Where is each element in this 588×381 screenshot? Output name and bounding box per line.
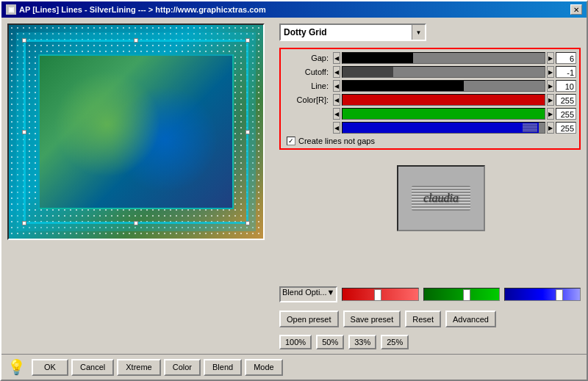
window-title: AP [Lines] Lines - SilverLining --- > ht… bbox=[19, 5, 266, 14]
title-bar: ▣ AP [Lines] Lines - SilverLining --- > … bbox=[1, 1, 587, 18]
gap-label: Gap: bbox=[284, 54, 331, 62]
colorG-slider-right[interactable]: ▶ bbox=[547, 108, 554, 120]
params-box: Gap: ◀ ▶ 6 Cutoff: ◀ ▶ -1 bbox=[279, 48, 581, 150]
colorG-slider-fill bbox=[343, 109, 545, 119]
handle-mr[interactable] bbox=[245, 130, 250, 134]
preview-area bbox=[7, 23, 265, 240]
line-slider-right[interactable]: ▶ bbox=[547, 80, 554, 92]
open-preset-button[interactable]: Open preset bbox=[279, 311, 339, 327]
line-slider[interactable] bbox=[342, 80, 545, 92]
colorR-slider-left[interactable]: ◀ bbox=[333, 94, 340, 106]
line-slider-left[interactable]: ◀ bbox=[333, 80, 340, 92]
colorG-slider[interactable] bbox=[342, 108, 545, 120]
color-button[interactable]: Color bbox=[164, 359, 201, 376]
blend-select[interactable]: Blend Opti...▼ bbox=[279, 286, 337, 302]
main-content: Dotty Grid ▼ Gap: ◀ ▶ 6 Cutof bbox=[1, 18, 587, 380]
gap-slider-right[interactable]: ▶ bbox=[547, 52, 554, 64]
handle-bc[interactable] bbox=[134, 221, 138, 225]
cutoff-row: Cutoff: ◀ ▶ -1 bbox=[284, 66, 576, 78]
main-window: ▣ AP [Lines] Lines - SilverLining --- > … bbox=[0, 0, 588, 381]
colorG-value: 255 bbox=[556, 108, 576, 120]
line-row: Line: ◀ ▶ 10 bbox=[284, 80, 576, 92]
line-value: 10 bbox=[556, 80, 576, 92]
gap-slider-fill bbox=[343, 53, 413, 63]
colorR-slider-right[interactable]: ▶ bbox=[547, 94, 554, 106]
app-icon: ▣ bbox=[6, 4, 16, 15]
preset-value: Dotty Grid bbox=[281, 27, 412, 37]
left-panel bbox=[7, 23, 272, 374]
inner-image bbox=[38, 54, 234, 209]
zoom-presets-row: 100% 50% 33% 25% bbox=[279, 335, 581, 349]
cutoff-slider-fill bbox=[343, 67, 393, 77]
blue-blend-slider[interactable] bbox=[504, 288, 581, 301]
gap-row: Gap: ◀ ▶ 6 bbox=[284, 52, 576, 64]
gap-slider[interactable] bbox=[342, 52, 545, 64]
xtreme-button[interactable]: Xtreme bbox=[117, 359, 160, 376]
zoom-33-button[interactable]: 33% bbox=[348, 335, 376, 349]
cutoff-slider[interactable] bbox=[342, 66, 545, 78]
preview-thumb: claudia bbox=[397, 165, 485, 231]
reset-button[interactable]: Reset bbox=[405, 311, 441, 327]
cutoff-label: Cutoff: bbox=[284, 68, 331, 76]
handle-tr[interactable] bbox=[245, 38, 250, 43]
colorB-row: ◀ ▶ 255 bbox=[284, 122, 576, 134]
ok-button[interactable]: OK bbox=[32, 359, 68, 376]
checkbox-row: ✓ Create lines not gaps bbox=[287, 137, 576, 145]
colorB-slider-left[interactable]: ◀ bbox=[333, 122, 340, 134]
cutoff-slider-left[interactable]: ◀ bbox=[333, 66, 340, 78]
green-blend-slider[interactable] bbox=[423, 288, 500, 301]
gap-value: 6 bbox=[556, 52, 576, 64]
cutoff-value: -1 bbox=[556, 66, 576, 78]
gap-slider-left[interactable]: ◀ bbox=[333, 52, 340, 64]
handle-tc[interactable] bbox=[134, 38, 138, 43]
thumb-container: claudia bbox=[279, 158, 581, 231]
create-lines-checkbox[interactable]: ✓ bbox=[287, 137, 295, 145]
checkbox-label: Create lines not gaps bbox=[298, 137, 375, 145]
colorR-label: Color[R]: bbox=[284, 95, 331, 104]
green-blend-thumb[interactable] bbox=[463, 289, 470, 301]
colorG-row: ◀ ▶ 255 bbox=[284, 108, 576, 120]
colorR-row: Color[R]: ◀ ▶ 255 bbox=[284, 94, 576, 106]
colorR-slider-fill bbox=[343, 95, 545, 105]
colorG-slider-left[interactable]: ◀ bbox=[333, 108, 340, 120]
zoom-100-button[interactable]: 100% bbox=[279, 335, 312, 349]
colorB-value: 255 bbox=[556, 122, 576, 134]
save-preset-button[interactable]: Save preset bbox=[343, 311, 401, 327]
check-mark: ✓ bbox=[288, 137, 294, 145]
line-slider-fill bbox=[343, 81, 464, 91]
bottom-bar: 💡 OK Cancel Xtreme Color Blend Mode bbox=[1, 354, 587, 380]
blue-blend-thumb[interactable] bbox=[556, 289, 563, 301]
colorB-slider-fill bbox=[343, 123, 539, 133]
zoom-25-button[interactable]: 25% bbox=[381, 335, 409, 349]
blend-button[interactable]: Blend bbox=[204, 359, 242, 376]
handle-br[interactable] bbox=[245, 221, 250, 225]
mode-button[interactable]: Mode bbox=[245, 359, 283, 376]
handle-ml[interactable] bbox=[22, 130, 26, 134]
colorB-slider[interactable] bbox=[342, 122, 545, 134]
cutoff-slider-right[interactable]: ▶ bbox=[547, 66, 554, 78]
cancel-button[interactable]: Cancel bbox=[71, 359, 114, 376]
close-button[interactable]: ✕ bbox=[570, 4, 582, 15]
colorR-value: 255 bbox=[556, 94, 576, 106]
tip-icon: 💡 bbox=[7, 358, 26, 376]
blend-row: Blend Opti...▼ bbox=[279, 286, 581, 302]
preview-canvas bbox=[9, 25, 263, 239]
spacer bbox=[279, 235, 581, 283]
red-blend-thumb[interactable] bbox=[374, 289, 381, 301]
preview-thumb-text: claudia bbox=[412, 186, 470, 211]
preset-arrow[interactable]: ▼ bbox=[412, 25, 425, 40]
preset-row: Dotty Grid ▼ bbox=[279, 23, 581, 41]
line-label: Line: bbox=[284, 81, 331, 90]
handle-tl[interactable] bbox=[22, 38, 26, 43]
right-panel: Dotty Grid ▼ Gap: ◀ ▶ 6 Cutof bbox=[279, 23, 581, 374]
preset-dropdown-container[interactable]: Dotty Grid ▼ bbox=[279, 23, 426, 41]
red-blend-slider[interactable] bbox=[342, 288, 418, 301]
colorR-slider[interactable] bbox=[342, 94, 545, 106]
colorB-slider-right[interactable]: ▶ bbox=[547, 122, 554, 134]
handle-bl[interactable] bbox=[22, 221, 26, 225]
advanced-button[interactable]: Advanced bbox=[445, 311, 496, 327]
preset-buttons-row: Open preset Save preset Reset Advanced bbox=[279, 311, 581, 327]
zoom-50-button[interactable]: 50% bbox=[316, 335, 344, 349]
